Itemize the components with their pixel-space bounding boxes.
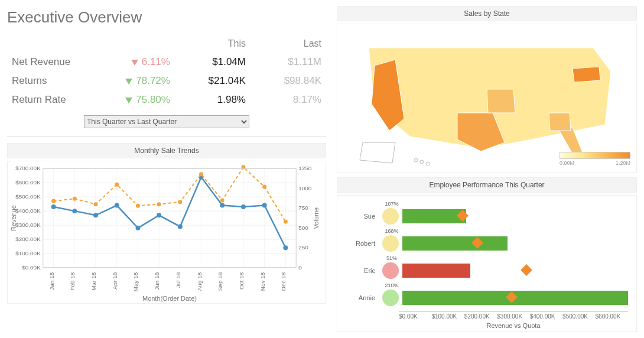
- employee-pct-bubble: 168%: [382, 235, 399, 252]
- svg-text:1000: 1000: [298, 185, 312, 191]
- svg-rect-73: [43, 168, 296, 267]
- employee-quota-marker: [521, 264, 532, 276]
- svg-text:$700.00K: $700.00K: [15, 165, 41, 171]
- svg-point-66: [220, 198, 225, 202]
- kpi-last: 8.17%: [251, 90, 326, 109]
- divider: [7, 136, 326, 137]
- svg-point-56: [262, 203, 267, 208]
- employee-name: Eric: [340, 267, 379, 274]
- svg-point-69: [284, 220, 288, 224]
- employee-revenue-bar: [402, 209, 466, 223]
- svg-text:Sep 18: Sep 18: [217, 272, 223, 291]
- svg-point-52: [178, 224, 183, 229]
- svg-point-54: [220, 203, 225, 208]
- svg-point-58: [51, 199, 56, 203]
- employee-revenue-bar: [402, 264, 470, 278]
- employee-name: Annie: [340, 294, 379, 301]
- svg-text:0: 0: [298, 264, 302, 271]
- svg-point-75: [420, 160, 424, 164]
- svg-text:Jul 18: Jul 18: [175, 272, 181, 288]
- usa-map-icon: [337, 24, 636, 172]
- employee-name: Robert: [340, 240, 379, 247]
- svg-point-50: [135, 226, 140, 230]
- employee-pct-bubble: 107%: [382, 208, 399, 225]
- period-selector[interactable]: This Quarter vs Last Quarter: [84, 115, 249, 128]
- employee-xlabel: Revenue vs Quota: [399, 322, 628, 329]
- monthly-trends-chart[interactable]: $0.00K$100.00K$200.00K$300.00K$400.00K$5…: [7, 161, 326, 304]
- svg-text:750: 750: [298, 204, 308, 211]
- svg-point-60: [94, 202, 98, 206]
- triangle-down-icon: [125, 79, 132, 84]
- kpi-this: 1.98%: [175, 90, 251, 109]
- kpi-label: Returns: [7, 72, 87, 90]
- sales-by-state-title: Sales by State: [337, 6, 637, 21]
- svg-point-64: [178, 200, 182, 204]
- svg-text:1250: 1250: [298, 165, 312, 171]
- svg-text:Jan 18: Jan 18: [48, 272, 55, 290]
- employee-performance-chart[interactable]: Sue107%Robert168%Eric51%Annie210% $0.00K…: [337, 195, 637, 332]
- svg-text:May 18: May 18: [132, 272, 139, 291]
- svg-text:Month(Order Date): Month(Order Date): [142, 295, 197, 302]
- triangle-down-icon: [125, 98, 132, 103]
- kpi-header-last: Last: [251, 35, 326, 53]
- svg-text:500: 500: [298, 225, 308, 231]
- kpi-this: $21.04K: [175, 72, 251, 90]
- kpi-delta: 6.11%: [87, 53, 175, 72]
- employee-bar-track: [402, 264, 628, 278]
- kpi-delta: 75.80%: [87, 90, 175, 109]
- employee-pct-bubble: 51%: [382, 262, 399, 279]
- kpi-table: This Last Net Revenue 6.11% $1.04M $1.11…: [7, 35, 326, 109]
- svg-text:Apr 18: Apr 18: [112, 272, 118, 290]
- kpi-header-this: This: [175, 35, 251, 53]
- svg-text:Feb 18: Feb 18: [69, 272, 76, 290]
- svg-point-63: [157, 202, 161, 206]
- svg-text:Revenue: Revenue: [10, 205, 17, 231]
- employee-name: Sue: [340, 213, 379, 220]
- svg-text:250: 250: [298, 244, 308, 251]
- svg-text:$100.00K: $100.00K: [15, 250, 41, 256]
- kpi-this: $1.04M: [175, 53, 251, 72]
- employee-performance-title: Employee Performance This Quarter: [337, 177, 637, 193]
- employee-bar-track: [402, 209, 628, 223]
- svg-text:$300.00K: $300.00K: [15, 222, 41, 228]
- svg-text:Volume: Volume: [313, 207, 320, 229]
- svg-point-55: [241, 204, 246, 209]
- svg-point-74: [414, 158, 418, 162]
- svg-text:Jun 18: Jun 18: [154, 272, 160, 290]
- svg-point-65: [199, 172, 203, 176]
- svg-text:$200.00K: $200.00K: [15, 236, 41, 242]
- svg-point-59: [73, 197, 77, 201]
- kpi-last: $98.84K: [251, 72, 326, 90]
- svg-point-46: [51, 204, 56, 209]
- svg-point-68: [262, 185, 266, 189]
- page-title: Executive Overview: [7, 8, 326, 27]
- svg-point-61: [115, 183, 119, 187]
- kpi-last: $1.11M: [251, 53, 326, 72]
- employee-row: Robert168%: [340, 230, 628, 257]
- svg-point-47: [72, 209, 77, 213]
- sales-by-state-map[interactable]: 0.00M1.20M: [337, 24, 637, 173]
- svg-text:$600.00K: $600.00K: [15, 179, 41, 186]
- kpi-row: Return Rate 75.80% 1.98% 8.17%: [7, 90, 326, 109]
- triangle-down-icon: [131, 60, 138, 66]
- monthly-trends-title: Monthly Sale Trends: [7, 143, 326, 158]
- map-legend: 0.00M1.20M: [560, 152, 630, 166]
- kpi-row: Returns 78.72% $21.04K $98.84K: [7, 72, 326, 90]
- svg-text:Mar 18: Mar 18: [90, 272, 97, 290]
- svg-text:$0.00K: $0.00K: [22, 264, 41, 271]
- employee-bar-track: [402, 236, 628, 251]
- svg-point-57: [283, 245, 288, 250]
- svg-text:$500.00K: $500.00K: [15, 193, 41, 200]
- svg-text:Aug 18: Aug 18: [196, 272, 203, 291]
- employee-revenue-bar: [402, 236, 508, 251]
- kpi-row: Net Revenue 6.11% $1.04M $1.11M: [7, 53, 326, 72]
- svg-text:Oct 18: Oct 18: [238, 272, 245, 290]
- kpi-delta: 78.72%: [87, 72, 175, 90]
- employee-row: Eric51%: [340, 257, 628, 284]
- svg-point-49: [115, 203, 119, 208]
- svg-text:Dec 18: Dec 18: [280, 272, 287, 291]
- employee-pct-bubble: 210%: [382, 290, 399, 306]
- employee-row: Annie210%: [340, 284, 628, 311]
- kpi-label: Net Revenue: [7, 53, 87, 72]
- svg-point-76: [426, 162, 430, 165]
